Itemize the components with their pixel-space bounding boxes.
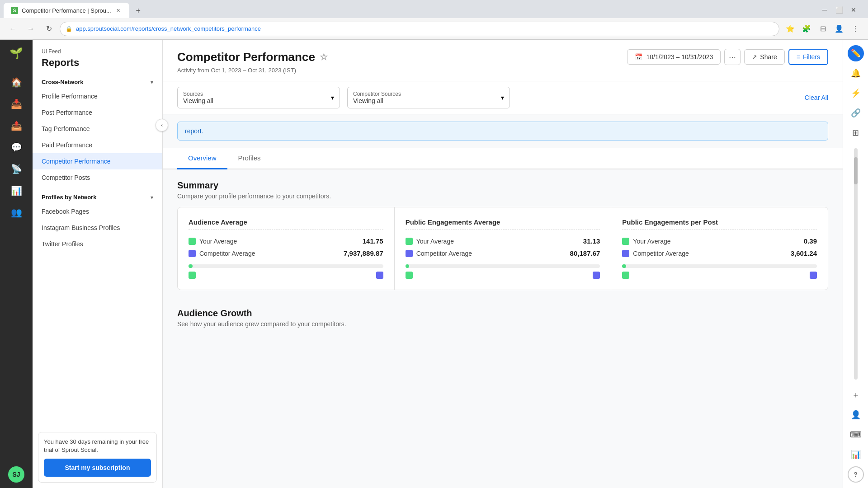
sidebar-item-instagram-profiles[interactable]: Instagram Business Profiles <box>33 220 162 236</box>
date-range-picker[interactable]: 📅 10/1/2023 – 10/31/2023 <box>627 49 721 65</box>
audience-your-dot <box>189 238 196 245</box>
sidebar-item-competitor-posts[interactable]: Competitor Posts <box>33 169 162 186</box>
menu-button[interactable]: ⋮ <box>848 22 863 36</box>
summary-title: Summary <box>177 180 828 191</box>
sidebar-item-profile-performance[interactable]: Profile Performance <box>33 88 162 104</box>
share-label: Share <box>760 53 777 61</box>
more-options-button[interactable]: ⋯ <box>724 49 741 65</box>
clear-all-button[interactable]: Clear All <box>805 94 828 101</box>
engpost-competitor-label: Competitor Average <box>633 250 689 257</box>
engavg-your-label: Your Average <box>416 238 454 245</box>
sidebar-header: UI Feed Reports <box>33 40 162 72</box>
competitor-sources-label: Competitor Sources <box>353 91 401 97</box>
profiles-by-network-header[interactable]: Profiles by Network ▾ <box>33 189 162 203</box>
public-engagements-per-post-title[interactable]: Public Engagements per Post <box>622 218 817 230</box>
sidebar-item-post-performance[interactable]: Post Performance <box>33 104 162 121</box>
public-engagements-avg-title[interactable]: Public Engagements Average <box>406 218 600 230</box>
window-close-button[interactable]: ✕ <box>848 5 859 15</box>
engavg-your-row: Your Average 31.13 <box>406 237 600 245</box>
url-text: app.sproutsocial.com/reports/cross_netwo… <box>76 25 261 32</box>
notice-text: report. <box>185 127 203 135</box>
compose-fab-button[interactable]: ✏️ <box>848 45 864 61</box>
help-icon[interactable]: ? <box>848 466 864 483</box>
icon-rail: 🌱 🏠 📥 📤 💬 📡 📊 👥 SJ <box>0 40 33 488</box>
content-header: Competitor Performance ☆ 📅 10/1/2023 – 1… <box>163 40 843 81</box>
start-subscription-button[interactable]: Start my subscription <box>44 459 151 477</box>
engpost-competitor-row: Competitor Average 3,601.24 <box>622 249 817 257</box>
share-icon: ↗ <box>752 53 757 61</box>
user-avatar[interactable]: SJ <box>8 466 24 483</box>
extensions-button[interactable]: 🧩 <box>799 22 814 36</box>
competitor-sources-filter[interactable]: Competitor Sources Viewing all ▾ <box>347 87 510 108</box>
link-icon[interactable]: 🔗 <box>848 105 864 121</box>
audience-average-card: Audience Average Your Average 141.75 Com… <box>178 207 395 290</box>
sidebar-item-tag-performance[interactable]: Tag Performance <box>33 121 162 137</box>
active-tab[interactable]: S Competitor Performance | Sprou... ✕ <box>4 3 129 18</box>
nav-settings-icon[interactable] <box>6 334 26 354</box>
nav-reports-icon[interactable]: 📊 <box>6 181 26 201</box>
scrollbar-track[interactable] <box>854 148 858 380</box>
nav-inbox-icon[interactable]: 📥 <box>6 94 26 114</box>
new-tab-button[interactable]: + <box>131 4 146 18</box>
refresh-button[interactable]: ↻ <box>42 22 56 36</box>
engavg-your-value: 31.13 <box>583 237 600 245</box>
nav-listen-icon[interactable]: 📡 <box>6 159 26 179</box>
address-bar[interactable]: 🔒 app.sproutsocial.com/reports/cross_net… <box>60 22 779 36</box>
sidebar-item-paid-performance[interactable]: Paid Performance <box>33 137 162 153</box>
engavg-competitor-row: Competitor Average 80,187.67 <box>406 249 600 257</box>
audience-growth-section: Audience Growth See how your audience gr… <box>163 297 843 335</box>
engpost-your-label: Your Average <box>633 238 670 245</box>
cross-network-header[interactable]: Cross-Network ▾ <box>33 74 162 88</box>
nav-publish-icon[interactable]: 📤 <box>6 116 26 136</box>
audience-average-title[interactable]: Audience Average <box>189 218 383 230</box>
sidebar: UI Feed Reports Cross-Network ▾ Profile … <box>33 40 163 488</box>
sidebar-item-competitor-performance[interactable]: Competitor Performance <box>33 153 162 169</box>
engpost-your-bar <box>622 264 626 268</box>
sidebar-title: Reports <box>42 57 153 69</box>
share-button[interactable]: ↗ Share <box>744 49 784 65</box>
audience-your-row: Your Average 141.75 <box>189 237 383 245</box>
sidebar-item-facebook-pages[interactable]: Facebook Pages <box>33 203 162 220</box>
tab-overview[interactable]: Overview <box>177 148 227 169</box>
tab-close-button[interactable]: ✕ <box>115 7 122 14</box>
audience-competitor-row: Competitor Average 7,937,889.87 <box>189 249 383 257</box>
keyboard-icon[interactable]: ⌨ <box>848 427 864 443</box>
profile-button[interactable]: 👤 <box>832 22 846 36</box>
engavg-bar-track <box>406 264 600 268</box>
engpost-competitor-dot <box>622 250 629 257</box>
engpost-competitor-value: 3,601.24 <box>791 249 817 257</box>
sidebar-item-twitter-profiles[interactable]: Twitter Profiles <box>33 236 162 252</box>
engavg-bar-your-marker <box>406 272 413 279</box>
nav-home-icon[interactable]: 🏠 <box>6 72 26 92</box>
window-maximize-button[interactable]: ⬜ <box>834 5 844 15</box>
filters-button[interactable]: ≡ Filters <box>788 49 828 65</box>
users-icon[interactable]: 👤 <box>848 407 864 423</box>
scrollbar-thumb[interactable] <box>854 157 858 184</box>
activity-icon[interactable]: ⚡ <box>848 85 864 101</box>
sources-filter[interactable]: Sources Viewing all ▾ <box>177 87 340 108</box>
sidebar-collapse-button[interactable]: ‹ <box>156 119 168 131</box>
tab-title: Competitor Performance | Sprou... <box>22 7 111 14</box>
nav-people-icon[interactable]: 👥 <box>6 202 26 222</box>
nav-engage-icon[interactable]: 💬 <box>6 137 26 157</box>
add-report-icon[interactable]: ＋ <box>848 387 864 403</box>
tab-favicon: S <box>11 7 18 14</box>
bookmark-button[interactable]: ⭐ <box>783 22 797 36</box>
favorite-star-icon[interactable]: ☆ <box>320 52 328 62</box>
window-minimize-button[interactable]: ─ <box>819 5 830 15</box>
tab-profiles[interactable]: Profiles <box>227 148 272 169</box>
profiles-by-network-section: Profiles by Network ▾ Facebook Pages Ins… <box>33 188 162 254</box>
sidebar-breadcrumb[interactable]: UI Feed <box>42 48 61 55</box>
notifications-icon[interactable]: 🔔 <box>848 65 864 81</box>
calendar-icon: 📅 <box>635 53 642 61</box>
back-button[interactable]: ← <box>5 22 20 36</box>
sources-label: Sources <box>183 91 213 97</box>
forward-button[interactable]: → <box>24 22 38 36</box>
summary-section: Summary Compare your profile performance… <box>163 169 843 207</box>
engavg-competitor-dot <box>406 250 413 257</box>
sidebar-button[interactable]: ⊟ <box>816 22 830 36</box>
grid-view-icon[interactable]: ⊞ <box>848 125 864 141</box>
sprout-logo[interactable]: 🌱 <box>6 43 26 63</box>
analytics-icon[interactable]: 📊 <box>848 446 864 463</box>
engavg-your-dot <box>406 238 413 245</box>
